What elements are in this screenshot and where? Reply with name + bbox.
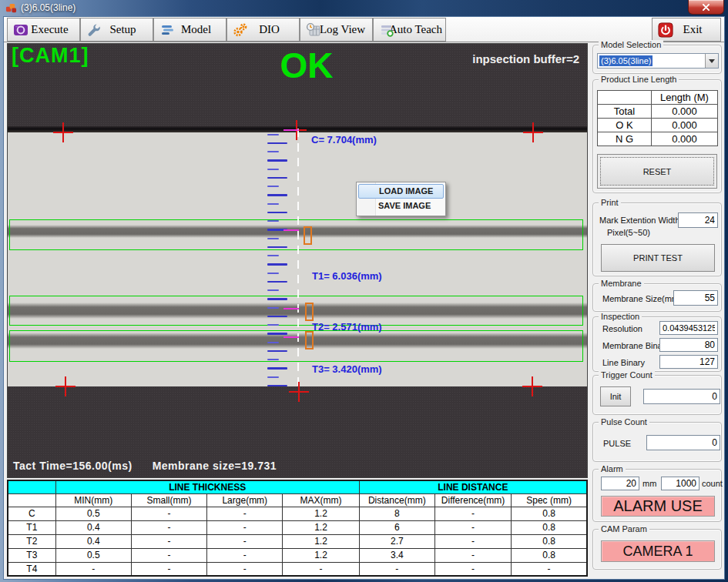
ok-length-value: 0.000 [652, 119, 718, 132]
magenta-marker [283, 229, 299, 231]
buffer-text: inpsection buffer=2 [472, 52, 579, 65]
table-row: C 0.5--1.28-0.8 [8, 507, 587, 520]
auto-teach-button[interactable]: Auto Teach [373, 18, 446, 42]
membrane-size-input[interactable] [673, 290, 718, 306]
table-row: T3 0.5--1.23.4-0.8 [8, 548, 587, 562]
client-area: Execute Setup Model DIO [3, 16, 725, 580]
exit-button[interactable]: Exit [652, 18, 721, 42]
mm-unit-label: mm [642, 479, 656, 488]
alarm-use-button[interactable]: ALARM USE [601, 496, 715, 517]
col-header: Spec (mm) [512, 493, 587, 507]
camera-view[interactable]: [CAM1] OK inpsection buffer=2 C= 7.704(m… [7, 43, 588, 478]
alarm-group: Alarm mm count ALARM USE [592, 469, 722, 522]
detection-rect-green [9, 219, 583, 250]
table-row: T4 ------- [8, 562, 587, 576]
scan-dashed-line [297, 129, 299, 388]
col-header: MAX(mm) [283, 493, 359, 507]
menu-item-load-image[interactable]: LOAD IMAGE [358, 184, 444, 199]
table-row: T1 0.4--1.26-0.8 [8, 520, 587, 534]
row-label: C [8, 507, 55, 520]
camera-1-button[interactable]: CAMERA 1 [601, 540, 715, 562]
detection-rect-green [9, 296, 583, 326]
setup-button[interactable]: Setup [80, 18, 153, 42]
selected-model: (3)6.05(3line) [599, 55, 653, 66]
model-selection-dropdown[interactable]: (3)6.05(3line) [597, 53, 719, 69]
magenta-marker [283, 336, 299, 338]
pulse-count-group: Pulse Count PULSE [592, 422, 722, 462]
resolution-label: Resolution [602, 324, 642, 333]
model-selection-group: Model Selection (3)6.05(3line) [592, 45, 722, 74]
print-group: Print Mark Extention Width: Pixel(5~50) … [592, 202, 722, 276]
row-label: Total [598, 105, 652, 119]
measurement-label-t1: T1= 6.036(mm) [312, 270, 382, 282]
alarm-mm-input[interactable] [601, 477, 639, 490]
col-header [8, 493, 55, 507]
model-button[interactable]: Model [153, 18, 226, 42]
mark-extention-input[interactable] [678, 212, 718, 228]
row-label: T2 [8, 534, 55, 548]
mark-extention-label: Mark Extention Width: [599, 216, 683, 225]
corner-cell [8, 480, 55, 493]
membrane-group: Membrane Membrane Size(mm) [592, 283, 722, 312]
close-button[interactable] [688, 0, 724, 15]
inspection-status: OK [8, 45, 587, 86]
context-menu: LOAD IMAGE SAVE IMAGE [356, 182, 446, 216]
gears-icon [233, 22, 248, 38]
col-header: Difference(mm) [434, 493, 511, 507]
tact-time-text: Tact Time=156.00(ms) [13, 460, 133, 472]
magenta-marker [283, 129, 299, 131]
trigger-count-input[interactable] [643, 389, 720, 404]
camera-icon [13, 22, 29, 38]
cam-param-group: CAM Param CAMERA 1 [592, 529, 722, 570]
status-line: Tact Time=156.00(ms)Membrane size=19.731 [13, 460, 297, 472]
ruler-ticks [267, 134, 290, 393]
col-header: MIN(mm) [55, 493, 131, 507]
titlebar: (3)6.05(3line) [0, 0, 728, 16]
app-icon [5, 2, 17, 14]
model-list-icon [159, 22, 175, 38]
measurement-label-t3: T3= 3.420(mm) [312, 363, 382, 375]
trigger-count-group: Trigger Count Init [592, 375, 722, 415]
inspection-group: Inspection Resolution Membrane Binary Li… [592, 316, 722, 372]
col-header: Small(mm) [131, 493, 206, 507]
log-view-button[interactable]: Log View [300, 18, 373, 42]
reset-button[interactable]: RESET [597, 154, 717, 189]
distance-group-header: LINE DISTANCE [359, 480, 587, 493]
col-header: Distance(mm) [359, 493, 434, 507]
print-test-button[interactable]: PRINT TEST [601, 244, 715, 272]
pulse-count-input[interactable] [646, 435, 720, 450]
execute-button[interactable]: Execute [7, 18, 80, 42]
row-label: T1 [8, 520, 55, 534]
orange-measure-box [305, 303, 314, 321]
membrane-binary-input[interactable] [659, 338, 718, 352]
orange-measure-box [305, 331, 314, 350]
product-line-length-group: Product Line Length Length (M) Total0.00… [592, 79, 722, 193]
pulse-label: PULSE [603, 439, 631, 448]
close-icon [703, 4, 710, 11]
membrane-size-text: Membrane size=19.731 [153, 460, 277, 472]
menu-item-save-image[interactable]: SAVE IMAGE [358, 199, 444, 213]
init-button[interactable]: Init [600, 386, 631, 406]
row-label: T4 [8, 562, 55, 576]
line-binary-label: Line Binary [602, 358, 645, 367]
membrane-size-label: Membrane Size(mm) [602, 294, 682, 303]
toolbar: Execute Setup Model DIO [4, 17, 724, 42]
wrench-icon [86, 22, 102, 38]
window-title: (3)6.05(3line) [21, 2, 75, 13]
chevron-down-icon[interactable] [705, 54, 718, 68]
results-table: LINE THICKNESS LINE DISTANCE MIN(mm) Sma… [7, 480, 588, 577]
alarm-count-input[interactable] [661, 477, 699, 490]
line-binary-input[interactable] [659, 355, 718, 369]
row-label: N G [598, 132, 652, 146]
length-col-header: Length (M) [652, 91, 718, 105]
row-label: T3 [8, 548, 55, 562]
log-calendar-clock-icon [306, 22, 321, 38]
app-window: (3)6.05(3line) Execute Setup [0, 0, 728, 582]
power-icon [658, 22, 673, 38]
table-row: T2 0.4--1.22.7-0.8 [8, 534, 587, 548]
dio-button[interactable]: DIO [226, 18, 300, 42]
col-header: Large(mm) [207, 493, 283, 507]
measurement-label-t2: T2= 2.571(mm) [312, 321, 382, 333]
resolution-input[interactable] [659, 321, 718, 335]
ng-length-value: 0.000 [652, 132, 718, 146]
